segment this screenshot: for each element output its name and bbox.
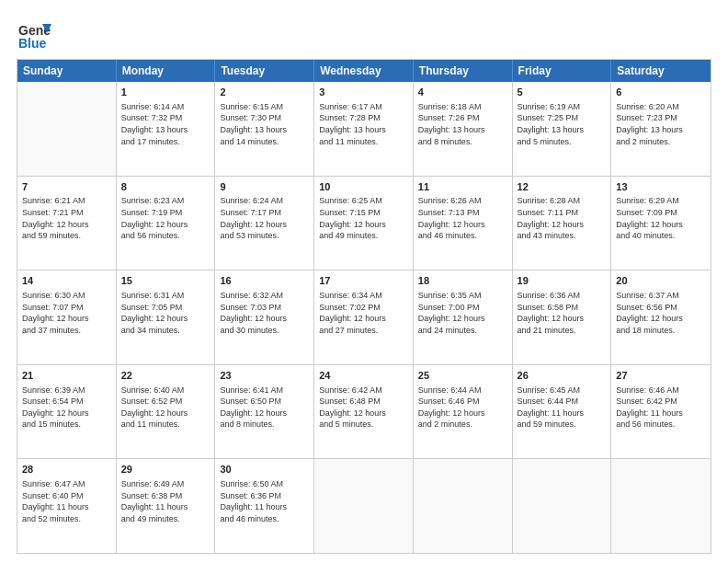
day-number: 15: [121, 274, 210, 288]
day-number: 9: [220, 180, 309, 194]
day-info: Sunrise: 6:20 AMSunset: 7:23 PMDaylight:…: [616, 101, 706, 147]
cal-cell: 7Sunrise: 6:21 AMSunset: 7:21 PMDaylight…: [17, 177, 117, 270]
cal-cell: 8Sunrise: 6:23 AMSunset: 7:19 PMDaylight…: [117, 177, 216, 270]
cal-cell: 22Sunrise: 6:40 AMSunset: 6:52 PMDayligh…: [117, 365, 216, 459]
week-row-5: 28Sunrise: 6:47 AMSunset: 6:40 PMDayligh…: [17, 458, 711, 553]
day-number: 8: [121, 180, 210, 194]
cal-cell: 1Sunrise: 6:14 AMSunset: 7:32 PMDaylight…: [117, 82, 216, 176]
day-info: Sunrise: 6:46 AMSunset: 6:42 PMDaylight:…: [616, 385, 706, 431]
week-row-3: 14Sunrise: 6:30 AMSunset: 7:07 PMDayligh…: [17, 270, 711, 364]
day-number: 19: [518, 274, 607, 288]
day-number: 18: [418, 274, 507, 288]
day-number: 26: [518, 369, 607, 383]
cal-cell: 16Sunrise: 6:32 AMSunset: 7:03 PMDayligh…: [215, 270, 314, 364]
day-number: 17: [319, 274, 408, 288]
day-info: Sunrise: 6:19 AMSunset: 7:25 PMDaylight:…: [518, 101, 607, 147]
day-info: Sunrise: 6:31 AMSunset: 7:05 PMDaylight:…: [121, 290, 210, 336]
day-number: 22: [121, 369, 210, 383]
col-header-wednesday: Wednesday: [314, 60, 414, 82]
cal-cell: 12Sunrise: 6:28 AMSunset: 7:11 PMDayligh…: [513, 177, 612, 270]
day-number: 1: [121, 86, 210, 99]
day-info: Sunrise: 6:23 AMSunset: 7:19 PMDaylight:…: [121, 195, 210, 241]
day-info: Sunrise: 6:35 AMSunset: 7:00 PMDaylight:…: [418, 290, 507, 336]
week-row-1: 1Sunrise: 6:14 AMSunset: 7:32 PMDaylight…: [17, 82, 711, 176]
day-number: 14: [22, 274, 111, 288]
cal-cell: 25Sunrise: 6:44 AMSunset: 6:46 PMDayligh…: [414, 365, 513, 459]
day-info: Sunrise: 6:40 AMSunset: 6:52 PMDaylight:…: [121, 385, 210, 431]
day-number: 11: [418, 180, 507, 194]
calendar-body: 1Sunrise: 6:14 AMSunset: 7:32 PMDaylight…: [17, 82, 711, 553]
cal-cell: 29Sunrise: 6:49 AMSunset: 6:38 PMDayligh…: [117, 459, 216, 553]
day-info: Sunrise: 6:21 AMSunset: 7:21 PMDaylight:…: [22, 195, 111, 241]
logo: General Blue: [17, 17, 51, 52]
day-info: Sunrise: 6:18 AMSunset: 7:26 PMDaylight:…: [418, 101, 507, 147]
day-number: 25: [418, 369, 507, 383]
day-number: 24: [319, 369, 408, 383]
day-info: Sunrise: 6:50 AMSunset: 6:36 PMDaylight:…: [220, 478, 309, 524]
day-info: Sunrise: 6:25 AMSunset: 7:15 PMDaylight:…: [319, 195, 408, 241]
day-number: 30: [220, 463, 309, 477]
day-number: 23: [220, 369, 309, 383]
col-header-tuesday: Tuesday: [215, 60, 314, 82]
calendar: SundayMondayTuesdayWednesdayThursdayFrid…: [17, 59, 711, 554]
cal-cell: 23Sunrise: 6:41 AMSunset: 6:50 PMDayligh…: [215, 365, 314, 459]
day-number: 6: [616, 86, 706, 99]
cal-cell: 30Sunrise: 6:50 AMSunset: 6:36 PMDayligh…: [215, 459, 314, 553]
day-number: 29: [121, 463, 210, 477]
cal-cell: 19Sunrise: 6:36 AMSunset: 6:58 PMDayligh…: [513, 270, 612, 364]
day-info: Sunrise: 6:45 AMSunset: 6:44 PMDaylight:…: [518, 385, 607, 431]
day-info: Sunrise: 6:41 AMSunset: 6:50 PMDaylight:…: [220, 385, 309, 431]
day-number: 20: [616, 274, 706, 288]
day-number: 16: [220, 274, 309, 288]
cal-cell: [17, 82, 117, 176]
col-header-sunday: Sunday: [17, 60, 117, 82]
day-info: Sunrise: 6:49 AMSunset: 6:38 PMDaylight:…: [121, 478, 210, 524]
day-info: Sunrise: 6:24 AMSunset: 7:17 PMDaylight:…: [220, 195, 309, 241]
day-info: Sunrise: 6:44 AMSunset: 6:46 PMDaylight:…: [418, 385, 507, 431]
cal-cell: 13Sunrise: 6:29 AMSunset: 7:09 PMDayligh…: [611, 177, 711, 270]
day-info: Sunrise: 6:15 AMSunset: 7:30 PMDaylight:…: [220, 101, 309, 147]
cal-cell: 20Sunrise: 6:37 AMSunset: 6:56 PMDayligh…: [611, 270, 711, 364]
cal-cell: 17Sunrise: 6:34 AMSunset: 7:02 PMDayligh…: [314, 270, 414, 364]
cal-cell: 3Sunrise: 6:17 AMSunset: 7:28 PMDaylight…: [314, 82, 414, 176]
cal-cell: 5Sunrise: 6:19 AMSunset: 7:25 PMDaylight…: [513, 82, 612, 176]
cal-cell: 6Sunrise: 6:20 AMSunset: 7:23 PMDaylight…: [611, 82, 711, 176]
cal-cell: 18Sunrise: 6:35 AMSunset: 7:00 PMDayligh…: [414, 270, 513, 364]
cal-cell: 9Sunrise: 6:24 AMSunset: 7:17 PMDaylight…: [215, 177, 314, 270]
cal-cell: 15Sunrise: 6:31 AMSunset: 7:05 PMDayligh…: [117, 270, 216, 364]
day-number: 27: [616, 369, 706, 383]
week-row-4: 21Sunrise: 6:39 AMSunset: 6:54 PMDayligh…: [17, 364, 711, 459]
day-number: 2: [220, 86, 309, 99]
logo-icon: General Blue: [17, 17, 51, 52]
col-header-saturday: Saturday: [611, 60, 711, 82]
day-number: 28: [22, 463, 111, 477]
page-header: General Blue: [17, 17, 711, 52]
day-info: Sunrise: 6:30 AMSunset: 7:07 PMDaylight:…: [22, 290, 111, 336]
cal-cell: 28Sunrise: 6:47 AMSunset: 6:40 PMDayligh…: [17, 459, 117, 553]
day-number: 4: [418, 86, 507, 99]
cal-cell: 14Sunrise: 6:30 AMSunset: 7:07 PMDayligh…: [17, 270, 117, 364]
day-info: Sunrise: 6:37 AMSunset: 6:56 PMDaylight:…: [616, 290, 706, 336]
day-info: Sunrise: 6:32 AMSunset: 7:03 PMDaylight:…: [220, 290, 309, 336]
day-info: Sunrise: 6:47 AMSunset: 6:40 PMDaylight:…: [22, 478, 111, 524]
cal-cell: [314, 459, 414, 553]
day-info: Sunrise: 6:39 AMSunset: 6:54 PMDaylight:…: [22, 385, 111, 431]
col-header-monday: Monday: [117, 60, 216, 82]
day-number: 10: [319, 180, 408, 194]
cal-cell: 24Sunrise: 6:42 AMSunset: 6:48 PMDayligh…: [314, 365, 414, 459]
day-number: 21: [22, 369, 111, 383]
cal-cell: [513, 459, 612, 553]
cal-cell: 11Sunrise: 6:26 AMSunset: 7:13 PMDayligh…: [414, 177, 513, 270]
day-info: Sunrise: 6:28 AMSunset: 7:11 PMDaylight:…: [518, 195, 607, 241]
day-number: 5: [518, 86, 607, 99]
cal-cell: 10Sunrise: 6:25 AMSunset: 7:15 PMDayligh…: [314, 177, 414, 270]
cal-cell: [611, 459, 711, 553]
day-number: 12: [518, 180, 607, 194]
cal-cell: 21Sunrise: 6:39 AMSunset: 6:54 PMDayligh…: [17, 365, 117, 459]
day-number: 7: [22, 180, 111, 194]
day-info: Sunrise: 6:34 AMSunset: 7:02 PMDaylight:…: [319, 290, 408, 336]
day-info: Sunrise: 6:42 AMSunset: 6:48 PMDaylight:…: [319, 385, 408, 431]
day-info: Sunrise: 6:26 AMSunset: 7:13 PMDaylight:…: [418, 195, 507, 241]
day-info: Sunrise: 6:36 AMSunset: 6:58 PMDaylight:…: [518, 290, 607, 336]
cal-cell: 4Sunrise: 6:18 AMSunset: 7:26 PMDaylight…: [414, 82, 513, 176]
